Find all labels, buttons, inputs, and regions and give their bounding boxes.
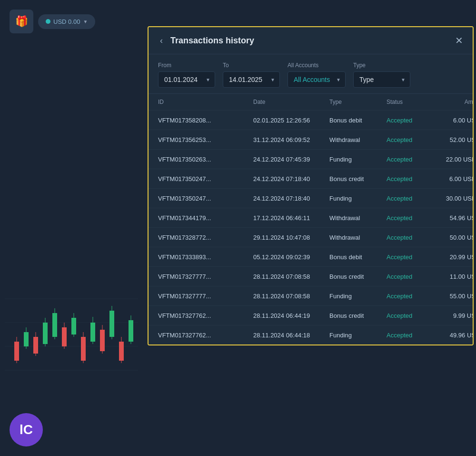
cell-type: Funding (329, 332, 387, 339)
cell-id: VFTM017328772... (158, 234, 253, 241)
cell-status: Accepted (387, 214, 434, 222)
table-header: ID Date Type Status Amount (149, 94, 473, 111)
cell-type: Bonus debit (329, 117, 387, 124)
cell-id: VFTM017327777... (158, 273, 253, 280)
table-row[interactable]: VFTM017350247... 24.12.2024 07:18:40 Fun… (149, 189, 473, 208)
cell-id: VFTM017327762... (158, 332, 253, 339)
cell-type: Withdrawal (329, 136, 387, 143)
filter-accounts: All Accounts All Accounts (288, 62, 346, 88)
col-type: Type (329, 99, 387, 105)
from-select[interactable]: 01.01.2024 (158, 71, 215, 88)
panel-title: Transactions history (170, 36, 449, 46)
cell-type: Withdrawal (329, 234, 387, 241)
filter-row: From 01.01.2024 To 14.01.2025 All Accoun… (149, 54, 473, 94)
col-status: Status (387, 99, 434, 105)
cell-amount: 11.00 USD › (434, 273, 474, 280)
table-row[interactable]: VFTM017344179... 17.12.2024 06:46:11 Wit… (149, 208, 473, 228)
table-row[interactable]: VFTM017327777... 28.11.2024 07:08:58 Fun… (149, 286, 473, 306)
balance-button[interactable]: USD 0.00 ▼ (38, 14, 95, 29)
table-body: VFTM017358208... 02.01.2025 12:26:56 Bon… (149, 111, 473, 345)
cell-type: Bonus debit (329, 253, 387, 261)
table-row[interactable]: VFTM017356253... 31.12.2024 06:09:52 Wit… (149, 130, 473, 150)
cell-id: VFTM017333893... (158, 253, 253, 261)
cell-id: VFTM017358208... (158, 117, 253, 124)
cell-amount: 50.00 USD › (434, 233, 474, 241)
type-filter-label: Type (353, 62, 410, 69)
back-button[interactable]: ‹ (158, 36, 165, 46)
cell-date: 31.12.2024 06:09:52 (253, 136, 329, 143)
cell-date: 24.12.2024 07:18:40 (253, 195, 329, 202)
cell-status: Accepted (387, 136, 434, 143)
cell-date: 28.11.2024 07:08:58 (253, 293, 329, 300)
cell-type: Funding (329, 156, 387, 163)
table-row[interactable]: VFTM017327777... 28.11.2024 07:08:58 Bon… (149, 267, 473, 286)
cell-date: 28.11.2024 06:44:18 (253, 332, 329, 339)
cell-status: Accepted (387, 195, 434, 202)
cell-id: VFTM017350247... (158, 195, 253, 202)
transactions-panel: ‹ Transactions history ✕ From 01.01.2024… (148, 26, 474, 345)
cell-status: Accepted (387, 156, 434, 163)
cell-amount: 9.99 USD › (434, 312, 474, 319)
type-select-wrapper: Type (353, 71, 410, 88)
cell-amount: 54.96 USD › (434, 214, 474, 222)
table-row[interactable]: VFTM017333893... 05.12.2024 09:02:39 Bon… (149, 247, 473, 267)
cell-id: VFTM017350247... (158, 175, 253, 182)
cell-date: 02.01.2025 12:26:56 (253, 117, 329, 124)
to-select-wrapper: 14.01.2025 (223, 71, 280, 88)
col-amount: Amount (434, 99, 474, 105)
to-select[interactable]: 14.01.2025 (223, 71, 280, 88)
cell-date: 05.12.2024 09:02:39 (253, 253, 329, 261)
cell-date: 24.12.2024 07:45:39 (253, 156, 329, 163)
cell-status: Accepted (387, 234, 434, 241)
table-row[interactable]: VFTM017327762... 28.11.2024 06:44:19 Bon… (149, 306, 473, 325)
cell-amount: 49.96 USD › (434, 331, 474, 339)
cell-id: VFTM017356253... (158, 136, 253, 143)
top-bar: 🎁 USD 0.00 ▼ (10, 10, 95, 33)
price-chart (5, 275, 138, 380)
cell-type: Withdrawal (329, 214, 387, 222)
type-select[interactable]: Type (353, 71, 410, 88)
balance-circle (46, 19, 50, 24)
chart-area (5, 275, 148, 418)
cell-amount: 20.99 USD › (434, 253, 474, 261)
cell-status: Accepted (387, 312, 434, 319)
cell-status: Accepted (387, 117, 434, 124)
cell-status: Accepted (387, 293, 434, 300)
from-select-wrapper: 01.01.2024 (158, 71, 215, 88)
cell-type: Bonus credit (329, 175, 387, 182)
cell-date: 29.11.2024 10:47:08 (253, 234, 329, 241)
balance-chevron: ▼ (83, 19, 88, 24)
cell-amount: 6.00 USDT › (434, 175, 474, 182)
accounts-select[interactable]: All Accounts (288, 71, 346, 88)
accounts-select-wrapper: All Accounts (288, 71, 346, 88)
cell-date: 28.11.2024 06:44:19 (253, 312, 329, 319)
close-button[interactable]: ✕ (455, 35, 463, 46)
col-date: Date (253, 99, 329, 105)
gift-icon: 🎁 (10, 10, 33, 33)
table-row[interactable]: VFTM017328772... 29.11.2024 10:47:08 Wit… (149, 228, 473, 247)
table-row[interactable]: VFTM017350247... 24.12.2024 07:18:40 Bon… (149, 169, 473, 189)
filter-to: To 14.01.2025 (223, 62, 280, 88)
table-row[interactable]: VFTM017327762... 28.11.2024 06:44:18 Fun… (149, 325, 473, 345)
cell-type: Bonus credit (329, 312, 387, 319)
table-row[interactable]: VFTM017358208... 02.01.2025 12:26:56 Bon… (149, 111, 473, 130)
filter-from: From 01.01.2024 (158, 62, 215, 88)
cell-type: Bonus credit (329, 273, 387, 280)
table-row[interactable]: VFTM017350263... 24.12.2024 07:45:39 Fun… (149, 150, 473, 169)
cell-id: VFTM017327762... (158, 312, 253, 319)
to-label: To (223, 62, 280, 69)
cell-type: Funding (329, 293, 387, 300)
panel-header: ‹ Transactions history ✕ (149, 27, 473, 54)
from-label: From (158, 62, 215, 69)
cell-status: Accepted (387, 175, 434, 182)
cell-type: Funding (329, 195, 387, 202)
cell-amount: 22.00 USDT › (434, 155, 474, 163)
col-id: ID (158, 99, 253, 105)
filter-type: Type Type (353, 62, 410, 88)
cell-id: VFTM017344179... (158, 214, 253, 222)
cell-amount: 6.00 USD › (434, 116, 474, 124)
cell-date: 17.12.2024 06:46:11 (253, 214, 329, 222)
app-logo: lC (10, 413, 43, 446)
cell-amount: 52.00 USD › (434, 136, 474, 143)
cell-date: 24.12.2024 07:18:40 (253, 175, 329, 182)
